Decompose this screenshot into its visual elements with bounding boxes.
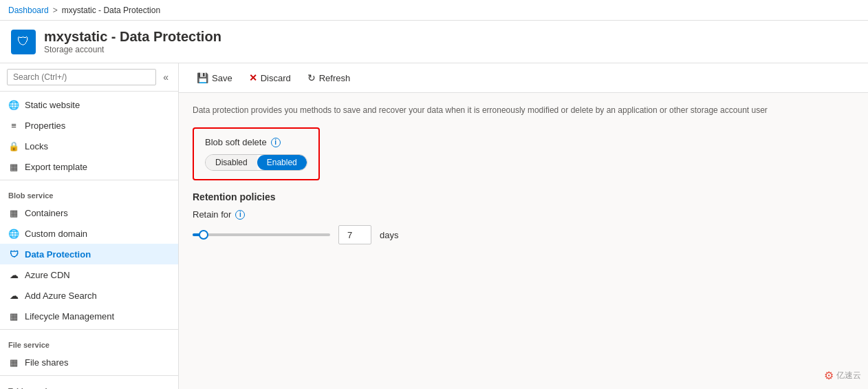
watermark: ⚙ 亿速云 [824,369,861,382]
sidebar-divider-blob [0,180,178,180]
table-service-label: Table service [0,379,178,389]
days-label: days [380,230,398,240]
azure-cdn-icon: ☁ [8,269,19,280]
sidebar-item-containers[interactable]: ▦ Containers [0,202,178,223]
breadcrumb-separator: > [53,6,58,15]
watermark-icon: ⚙ [824,369,834,382]
days-input[interactable] [338,225,371,244]
sidebar-label-static-website: Static website [25,100,80,110]
toolbar: 💾 Save ✕ Discard ↻ Refresh [179,63,868,93]
sidebar-label-add-azure-search: Add Azure Search [25,291,97,301]
watermark-text: 亿速云 [836,370,861,381]
refresh-label: Refresh [319,73,351,83]
export-template-icon: ▦ [8,161,19,172]
sidebar-item-properties[interactable]: ≡ Properties [0,115,178,136]
toggle-enabled[interactable]: Enabled [257,155,307,170]
sidebar-label-properties: Properties [25,120,65,131]
sidebar-item-azure-cdn[interactable]: ☁ Azure CDN [0,264,178,285]
retain-for-text: Retain for [193,209,231,220]
sidebar-item-export-template[interactable]: ▦ Export template [0,156,178,177]
slider-container [193,228,330,242]
sidebar-item-file-shares[interactable]: ▦ File shares [0,352,178,372]
storage-icon: 🛡 [11,30,36,54]
sidebar-divider-file [0,329,178,330]
data-protection-icon: 🛡 [8,249,19,260]
sidebar-nav: 🌐 Static website ≡ Properties 🔒 Locks ▦ … [0,92,178,389]
sidebar-item-data-protection[interactable]: 🛡 Data Protection [0,244,178,264]
blob-soft-delete-label: Blob soft delete [205,137,267,147]
sidebar-label-azure-cdn: Azure CDN [25,270,70,280]
refresh-button[interactable]: ↻ Refresh [301,69,358,87]
slider-track [193,233,330,236]
slider-thumb[interactable] [199,230,208,240]
sidebar-item-lifecycle-management[interactable]: ▦ Lifecycle Management [0,306,178,326]
properties-icon: ≡ [8,120,19,131]
content-area: Data protection provides you methods to … [179,93,868,255]
page-header: 🛡 mxystatic - Data Protection Storage ac… [0,21,868,63]
sidebar-label-lifecycle-management: Lifecycle Management [25,311,114,322]
containers-icon: ▦ [8,207,19,218]
custom-domain-icon: 🌐 [8,228,19,239]
save-label: Save [212,73,232,83]
static-website-icon: 🌐 [8,99,19,110]
discard-icon: ✕ [249,72,257,83]
save-button[interactable]: 💾 Save [190,69,239,87]
add-azure-search-icon: ☁ [8,290,19,301]
lifecycle-management-icon: ▦ [8,311,19,322]
blob-service-label: Blob service [0,183,178,202]
sidebar-label-containers: Containers [25,208,68,218]
retention-section-title: Retention policies [193,191,854,202]
retain-for-label: Retain for i [193,209,854,220]
search-box: « [0,63,178,92]
toggle-group: Disabled Enabled [205,154,307,171]
sidebar-label-file-shares: File shares [25,357,69,368]
save-icon: 💾 [197,72,208,83]
breadcrumb-home[interactable]: Dashboard [8,6,49,15]
sidebar-item-locks[interactable]: 🔒 Locks [0,136,178,156]
refresh-icon: ↻ [307,72,316,83]
collapse-icon[interactable]: « [160,70,171,84]
blob-soft-delete-title: Blob soft delete i [205,137,307,147]
description-text: Data protection provides you methods to … [193,104,854,116]
retain-for-info-icon[interactable]: i [235,210,245,220]
sidebar-item-custom-domain[interactable]: 🌐 Custom domain [0,223,178,244]
sidebar-label-data-protection: Data Protection [25,249,91,260]
sidebar-label-export-template: Export template [25,162,87,172]
sidebar-label-custom-domain: Custom domain [25,229,87,239]
breadcrumb-current: mxystatic - Data Protection [62,6,160,15]
sidebar-item-add-azure-search[interactable]: ☁ Add Azure Search [0,285,178,306]
main-layout: « 🌐 Static website ≡ Properties 🔒 Locks … [0,63,868,389]
sidebar: « 🌐 Static website ≡ Properties 🔒 Locks … [0,63,179,389]
file-service-label: File service [0,333,178,352]
page-subtitle: Storage account [44,45,221,54]
sidebar-item-static-website[interactable]: 🌐 Static website [0,94,178,115]
file-shares-icon: ▦ [8,357,19,368]
main-content: 💾 Save ✕ Discard ↻ Refresh Data protecti… [179,63,868,389]
sidebar-label-locks: Locks [25,141,48,151]
discard-button[interactable]: ✕ Discard [242,69,298,87]
blob-soft-delete-box: Blob soft delete i Disabled Enabled [193,127,320,180]
search-input[interactable] [7,69,156,85]
sidebar-divider-table [0,375,178,376]
breadcrumb-bar: Dashboard > mxystatic - Data Protection [0,0,868,21]
toggle-disabled[interactable]: Disabled [206,155,257,170]
blob-soft-delete-info-icon[interactable]: i [271,138,281,147]
locks-icon: 🔒 [8,140,19,151]
discard-label: Discard [261,73,291,83]
page-title: mxystatic - Data Protection [44,29,221,45]
slider-row: days [193,225,854,244]
